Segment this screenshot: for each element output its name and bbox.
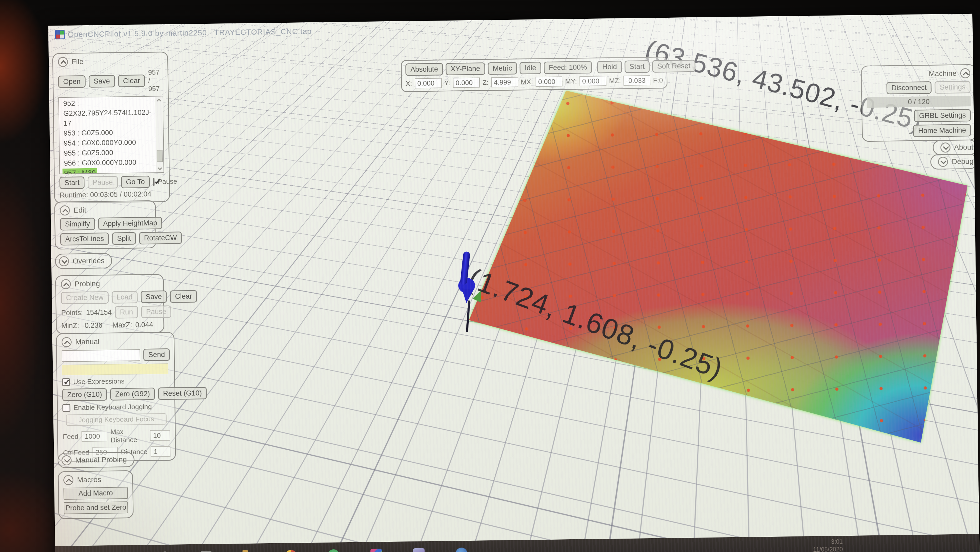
scroll-down-icon[interactable] <box>158 166 162 171</box>
about-panel: About <box>932 140 977 155</box>
gcode-line[interactable]: 953 : G0Z5.000 <box>62 128 154 139</box>
machine-panel: Machine Disconnect Settings 0 / 120 GRBL… <box>861 64 977 142</box>
hold-button[interactable]: Hold <box>597 61 622 73</box>
max-distance-input[interactable]: 10 <box>150 430 170 441</box>
monitor-screen: (63.536, 43.502, -0.25) (1.724, 1.608, -… <box>48 14 980 552</box>
max-distance-label: Max Distance <box>111 428 147 444</box>
gcode-scrollbar[interactable] <box>155 96 164 172</box>
disconnect-button[interactable]: Disconnect <box>886 81 932 94</box>
probe-run-button[interactable]: Run <box>115 306 138 319</box>
3d-viewport[interactable]: (63.536, 43.502, -0.25) (1.724, 1.608, -… <box>48 14 980 552</box>
expand-manual-probing-icon[interactable] <box>62 455 72 465</box>
overrides-panel-title: Overrides <box>73 257 105 265</box>
dro-y-value: 0.000 <box>453 77 480 88</box>
feed-input[interactable]: 1000 <box>81 431 107 442</box>
probe-pause-button[interactable]: Pause <box>141 305 171 318</box>
gcode-list[interactable]: 952 : G2X32.795Y24.574I1.102J-17 953 : G… <box>59 96 164 174</box>
metric-units-button[interactable]: Metric <box>488 62 517 75</box>
dro-mx-value: 0.000 <box>536 77 563 87</box>
apply-heightmap-button[interactable]: Apply HeightMap <box>98 217 162 230</box>
collapse-machine-icon[interactable] <box>960 68 970 78</box>
zero-g10-button[interactable]: Zero (G10) <box>62 388 107 401</box>
pause-checkbox[interactable] <box>153 178 154 186</box>
feed-override-button[interactable]: Feed: 100% <box>544 61 592 74</box>
cycle-start-button[interactable]: Start <box>624 60 650 73</box>
soft-reset-button[interactable]: Soft Reset <box>652 60 695 73</box>
tool-position-marker <box>458 252 476 303</box>
blue-app-icon[interactable] <box>455 547 468 552</box>
manual-response-strip <box>62 364 168 375</box>
manual-command-input[interactable] <box>62 349 140 362</box>
purple-app-icon[interactable] <box>413 548 425 552</box>
expand-debug-icon[interactable] <box>938 157 948 167</box>
maxz-value: 0.044 <box>135 321 153 329</box>
overrides-panel: Overrides <box>55 253 112 269</box>
start-job-button[interactable]: Start <box>59 177 85 189</box>
settings-button[interactable]: Settings <box>935 81 970 94</box>
machine-state-badge: Idle <box>519 62 541 74</box>
probe-create-new-button[interactable]: Create New <box>61 291 109 304</box>
expand-overrides-icon[interactable] <box>59 256 69 266</box>
file-panel-title: File <box>72 57 84 66</box>
dro-y-label: Y: <box>444 79 450 87</box>
dro-x-label: X: <box>406 79 412 88</box>
probe-load-button[interactable]: Load <box>111 291 138 303</box>
probe-clear-button[interactable]: Clear <box>170 290 197 303</box>
goto-button[interactable]: Go To <box>121 175 150 188</box>
clock-time: 3:01 <box>813 538 843 546</box>
dro-z-label: Z: <box>482 78 489 87</box>
task-view-icon[interactable] <box>201 551 211 552</box>
gcode-line[interactable]: 954 : G0X0.000Y0.000 <box>62 137 154 148</box>
collapse-probing-icon[interactable] <box>61 279 71 289</box>
clear-file-button[interactable]: Clear <box>118 75 145 87</box>
gcode-line-active[interactable]: 957 : M30 <box>62 167 154 174</box>
collapse-manual-icon[interactable] <box>62 337 72 347</box>
collapse-edit-icon[interactable] <box>60 206 70 215</box>
dro-z-value: 4.999 <box>491 77 518 88</box>
split-button[interactable]: Split <box>112 232 136 245</box>
minz-value: -0.236 <box>83 321 103 330</box>
zero-g92-button[interactable]: Zero (G92) <box>110 388 155 400</box>
scroll-up-icon[interactable] <box>157 99 161 103</box>
clock-date: 11/05/2020 <box>813 546 843 552</box>
home-machine-button[interactable]: Home Machine <box>913 124 971 137</box>
add-macro-button[interactable]: Add Macro <box>64 487 128 499</box>
expand-about-icon[interactable] <box>940 142 950 153</box>
colorful-app-icon[interactable] <box>370 549 382 552</box>
edit-panel: Edit Simplify Apply HeightMap ArcsToLine… <box>54 200 156 250</box>
points-label: Points: <box>61 309 83 317</box>
grbl-settings-button[interactable]: GRBL Settings <box>914 109 971 122</box>
send-button[interactable]: Send <box>143 348 170 361</box>
use-expressions-label: Use Expressions <box>73 377 124 386</box>
xy-plane-button[interactable]: XY-Plane <box>445 62 485 75</box>
scrollbar-thumb[interactable] <box>157 150 163 162</box>
edit-panel-title: Edit <box>73 206 86 215</box>
open-button[interactable]: Open <box>58 75 86 88</box>
macros-panel: Macros Add Macro Probe and set Zero <box>57 471 134 519</box>
pause-job-button[interactable]: Pause <box>88 176 118 189</box>
green-app-icon[interactable] <box>328 549 339 552</box>
distance-input[interactable]: 1 <box>151 446 170 457</box>
gcode-line[interactable]: 956 : G0X0.000Y0.000 <box>62 157 154 168</box>
arcs-to-lines-button[interactable]: ArcsToLines <box>60 233 109 246</box>
reset-g10-button[interactable]: Reset (G10) <box>158 387 207 400</box>
enable-keyboard-jogging-label: Enable Keyboard Jogging <box>73 403 152 412</box>
enable-keyboard-jogging-checkbox[interactable] <box>62 404 70 412</box>
taskbar-clock[interactable]: 3:01 11/05/2020 <box>813 538 843 552</box>
absolute-mode-button[interactable]: Absolute <box>405 63 443 76</box>
gcode-line[interactable]: 955 : G0Z5.000 <box>62 147 154 158</box>
collapse-file-icon[interactable] <box>58 57 68 67</box>
jogging-keyboard-focus-button[interactable]: Jogging Keyboard Focus <box>66 413 167 426</box>
probe-and-set-zero-button[interactable]: Probe and set Zero <box>64 501 128 514</box>
dro-mx-label: MX: <box>521 78 533 86</box>
simplify-button[interactable]: Simplify <box>60 218 95 231</box>
gcode-line[interactable]: 952 : G2X32.795Y24.574I1.102J-17 <box>62 98 154 129</box>
probe-save-button[interactable]: Save <box>140 290 167 303</box>
photo-background: (63.536, 43.502, -0.25) (1.724, 1.608, -… <box>0 0 980 552</box>
chrome-icon[interactable] <box>285 550 297 552</box>
manual-panel-title: Manual <box>75 337 99 346</box>
rotate-cw-button[interactable]: RotateCW <box>139 231 182 244</box>
collapse-macros-icon[interactable] <box>64 475 73 485</box>
use-expressions-checkbox[interactable] <box>62 378 70 386</box>
save-file-button[interactable]: Save <box>89 75 115 88</box>
